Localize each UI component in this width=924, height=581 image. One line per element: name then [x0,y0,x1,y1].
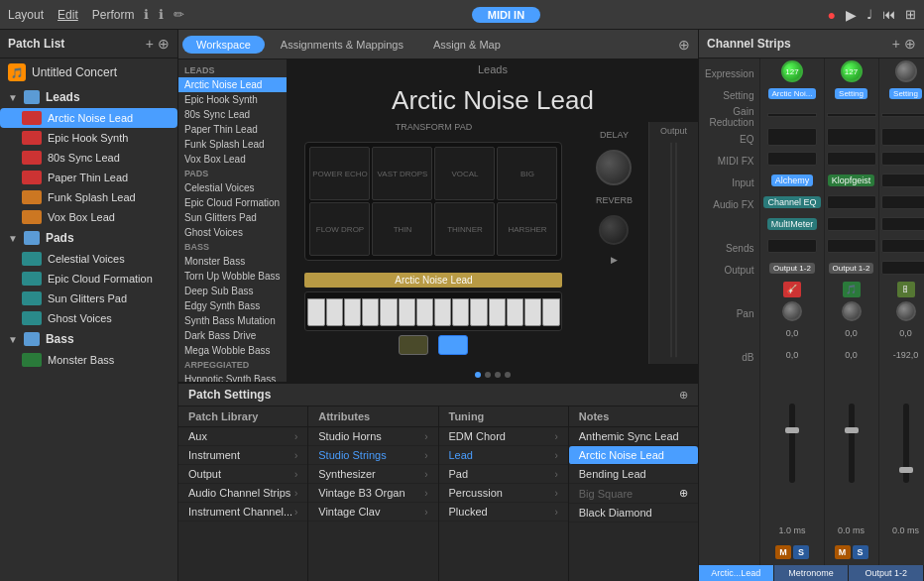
fader-thumb-2[interactable] [845,427,859,433]
inner-patch-epic-cloud-inner[interactable]: Epic Cloud Formation [178,195,287,210]
patch-item-arctic[interactable]: Arctic Noise Lead [0,108,177,128]
ps-item-anthemic[interactable]: Anthemic Sync Lead [569,427,698,446]
play-button[interactable]: ▶ [846,7,857,23]
ps-item-pad[interactable]: Pad › [439,465,568,484]
pad-cell-3[interactable]: BIG [497,147,557,200]
strip-name-metronome[interactable]: Metronome [774,565,850,581]
delay-knob[interactable] [596,150,632,185]
setting-btn-2[interactable]: Setting [835,88,867,99]
eq-display-3[interactable] [881,128,925,146]
ps-item-bending-lead[interactable]: Bending Lead [569,465,698,484]
strip-icon-2[interactable]: 🎵 [843,282,861,297]
ps-item-big-square[interactable]: Big Square ⊕ [569,484,698,504]
fader-thumb-3[interactable] [899,467,913,473]
pencil-icon[interactable]: ✏ [173,7,184,22]
tab-workspace[interactable]: Workspace [182,36,265,54]
ps-item-aux[interactable]: Aux › [178,427,307,446]
white-key-12[interactable] [507,298,523,326]
white-key-8[interactable] [434,298,451,326]
white-key-5[interactable] [380,298,397,326]
midi-fx-display-2[interactable] [827,152,876,166]
inner-patch-deep-sub[interactable]: Deep Sub Bass [178,284,287,298]
pedal-icon-1[interactable] [399,335,428,355]
inner-patch-mega-wobble[interactable]: Mega Wobble Bass [178,343,287,358]
patch-item-epic-cloud[interactable]: Epic Cloud Formation [0,269,177,289]
patch-item-sun-glitters[interactable]: Sun Glitters Pad [0,289,177,308]
page-dot-3[interactable] [495,372,501,378]
ps-item-edm-chord[interactable]: EDM Chord › [439,427,568,446]
page-dot-4[interactable] [505,372,511,378]
ps-item-instrument[interactable]: Instrument › [178,446,307,465]
menu-layout[interactable]: Layout [8,8,44,22]
metronome-icon[interactable]: ♩ [866,7,872,22]
setting-btn-3[interactable]: Setting [889,88,922,99]
inner-patch-sun-glitters-inner[interactable]: Sun Glitters Pad [178,210,287,225]
inner-patch-80s[interactable]: 80s Sync Lead [178,107,287,122]
forward-icon[interactable]: ▶ [611,255,618,265]
patch-item-ghost-voices[interactable]: Ghost Voices [0,308,177,328]
patch-item-80s-sync[interactable]: 80s Sync Lead [0,148,177,168]
note-options-icon[interactable]: ⊕ [679,487,688,500]
pan-knob-2[interactable] [842,301,862,321]
ps-item-black-diamond[interactable]: Black Diamond [569,504,698,523]
inner-patch-torn[interactable]: Torn Up Wobble Bass [178,269,287,284]
output-btn-2[interactable]: Output 1-2 [829,263,874,274]
reverb-knob[interactable] [599,215,629,245]
output-btn-1[interactable]: Output 1-2 [769,263,815,274]
record-button[interactable]: ● [828,7,836,23]
ps-item-studio-strings[interactable]: Studio Strings › [308,446,437,465]
audio-fx-channel-eq[interactable]: Channel EQ [763,196,820,208]
sidebar-options[interactable]: ⊕ [158,36,170,52]
mute-btn-1[interactable]: M [775,545,791,559]
menu-perform[interactable]: Perform [92,8,135,22]
patch-item-celestial[interactable]: Celestial Voices [0,249,177,269]
ps-item-arctic-notes[interactable]: Arctic Noise Lead [569,446,698,465]
solo-btn-1[interactable]: S [793,545,809,559]
inner-patch-monster[interactable]: Monster Bass [178,254,287,269]
white-key-9[interactable] [452,298,469,326]
ps-item-vintage-clav[interactable]: Vintage Clav › [308,503,437,522]
fader-thumb-1[interactable] [785,427,799,433]
info-icon[interactable]: ℹ [144,7,149,22]
white-key-1[interactable] [307,298,324,326]
ps-item-lead[interactable]: Lead › [439,446,568,465]
patch-item-funk-splash[interactable]: Funk Splash Lead [0,187,177,207]
inner-patch-paper[interactable]: Paper Thin Lead [178,122,287,137]
pan-knob-3[interactable] [896,301,916,321]
strip-name-output[interactable]: Output 1-2 [849,565,924,581]
ps-item-synthesizer[interactable]: Synthesizer › [308,465,437,484]
ps-item-vintage-b3[interactable]: Vintage B3 Organ › [308,484,437,503]
concert-item[interactable]: 🎵 Untitled Concert [0,58,177,86]
inner-patch-celestial[interactable]: Celestial Voices [178,180,287,195]
folder-pads[interactable]: ▼ Pads [0,227,177,249]
tab-assign-map[interactable]: Assign & Map [419,36,515,54]
patch-item-epic-hook[interactable]: Epic Hook Synth [0,128,177,148]
strip-options[interactable]: ⊕ [904,36,916,52]
white-key-10[interactable] [470,298,487,326]
audio-fx-multimeter[interactable]: MultIMeter [767,218,818,230]
inner-patch-arctic[interactable]: Arctic Noise Lead [178,77,287,92]
white-key-11[interactable] [489,298,506,326]
ps-item-studio-horns[interactable]: Studio Horns › [308,427,437,446]
help-icon[interactable]: ℹ [159,7,164,22]
patch-item-vox-box[interactable]: Vox Box Lead [0,207,177,227]
pad-cell-4[interactable]: FLOW DROP [309,202,370,256]
expression-knob-1[interactable]: 127 [781,60,803,82]
input-plugin-klopfgeist[interactable]: Klopfgeist [828,174,875,186]
strip-icon-3[interactable]: 🎚 [897,282,915,297]
white-key-7[interactable] [416,298,433,326]
input-plugin-alchemy[interactable]: Alchemy [771,174,814,186]
pan-knob-1[interactable] [782,301,802,321]
patch-item-paper-thin[interactable]: Paper Thin Lead [0,168,177,187]
solo-btn-2[interactable]: S [853,545,868,559]
midi-fx-display-3[interactable] [881,152,925,166]
midi-fx-display-1[interactable] [767,152,817,166]
mute-btn-2[interactable]: M [835,545,851,559]
white-key-4[interactable] [362,298,379,326]
pad-cell-2[interactable]: VOCAL [434,147,495,200]
folder-bass[interactable]: ▼ Bass [0,328,177,350]
inner-patch-ghost-inner[interactable]: Ghost Voices [178,225,287,240]
pad-cell-6[interactable]: THINNER [434,202,495,256]
pad-cell-7[interactable]: HARSHER [497,202,557,256]
strip-name-arctic[interactable]: Arctic...Lead [699,565,774,581]
